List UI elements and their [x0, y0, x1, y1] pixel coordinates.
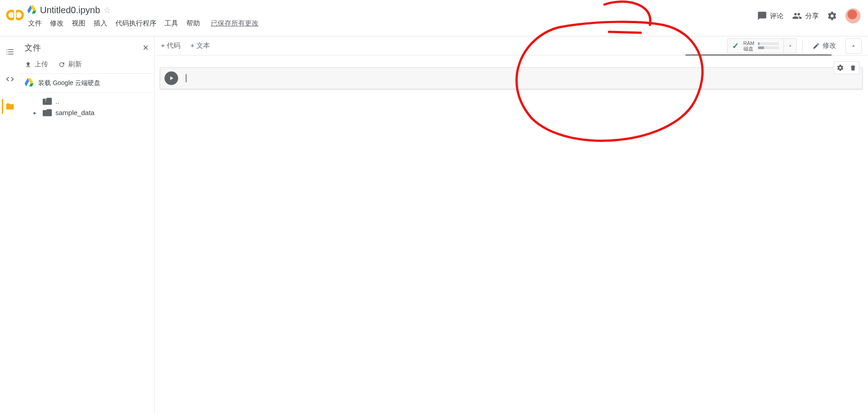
gear-icon — [837, 64, 844, 71]
left-rail — [0, 36, 18, 413]
sidebar-title: 文件 — [25, 42, 143, 53]
folder-icon — [5, 102, 15, 111]
menu-insert[interactable]: 插入 — [94, 19, 107, 28]
svg-marker-7 — [29, 83, 34, 86]
toc-icon — [5, 47, 15, 56]
files-sidebar: 文件 × 上传 刷新 — [18, 36, 155, 413]
svg-rect-2 — [14, 9, 16, 21]
conn-ram-label: RAM — [743, 40, 754, 46]
upload-label: 上传 — [35, 60, 48, 69]
tree-folder-label: sample_data — [55, 109, 95, 116]
settings-button[interactable] — [827, 11, 837, 21]
comment-button[interactable]: 评论 — [757, 11, 783, 21]
menu-view[interactable]: 视图 — [72, 19, 85, 28]
check-icon: ✓ — [732, 41, 739, 51]
conn-disk-label: 磁盘 — [743, 46, 754, 51]
refresh-label: 刷新 — [68, 60, 82, 69]
disk-bar — [758, 46, 779, 49]
upload-button[interactable]: 上传 — [25, 60, 48, 69]
rail-toc-button[interactable] — [2, 45, 16, 59]
folder-icon — [43, 109, 52, 116]
refresh-icon — [58, 61, 65, 68]
add-text-button[interactable]: + 文本 — [190, 41, 210, 50]
cell-toolbar — [834, 61, 859, 74]
people-icon — [792, 11, 803, 21]
svg-marker-4 — [32, 10, 36, 14]
edit-button[interactable]: 修改 — [808, 39, 841, 53]
cell-settings-button[interactable] — [835, 63, 845, 73]
cell-delete-button[interactable] — [848, 63, 858, 73]
mount-drive-label: 装载 Google 云端硬盘 — [38, 79, 100, 87]
notebook-main: + 代码 + 文本 ✓ RAM 磁盘 — [155, 36, 868, 413]
ram-bar — [758, 42, 779, 45]
menu-bar: 文件 修改 视图 插入 代码执行程序 工具 帮助 已保存所有更改 — [27, 16, 757, 30]
main-toolbar: + 代码 + 文本 ✓ RAM 磁盘 — [155, 36, 868, 55]
close-icon[interactable]: × — [143, 42, 149, 54]
add-code-button[interactable]: + 代码 — [161, 41, 180, 50]
rail-files-button[interactable] — [2, 99, 16, 114]
menu-help[interactable]: 帮助 — [186, 19, 200, 28]
play-icon — [168, 75, 175, 81]
code-cell[interactable] — [160, 67, 863, 89]
cell-editor[interactable] — [182, 68, 862, 89]
chevron-right-icon: ▸ — [34, 110, 39, 116]
share-label: 分享 — [805, 12, 819, 20]
menu-runtime[interactable]: 代码执行程序 — [115, 19, 156, 28]
gear-icon — [827, 11, 837, 21]
trash-icon — [849, 64, 857, 71]
app-header: Untitled0.ipynb ☆ 文件 修改 视图 插入 代码执行程序 工具 … — [0, 0, 868, 36]
chevron-down-icon — [788, 43, 793, 49]
upload-icon — [25, 61, 32, 68]
folder-up-icon — [43, 98, 52, 105]
menu-edit[interactable]: 修改 — [50, 19, 64, 28]
star-icon[interactable]: ☆ — [104, 5, 111, 15]
notebook-filename[interactable]: Untitled0.ipynb — [40, 5, 100, 15]
comment-icon — [757, 11, 767, 21]
drive-icon — [27, 5, 36, 15]
text-cursor — [186, 74, 186, 82]
collapse-header-button[interactable] — [845, 38, 862, 54]
share-button[interactable]: 分享 — [792, 11, 819, 21]
pencil-icon — [813, 42, 820, 50]
mount-drive-button[interactable]: 装载 Google 云端硬盘 — [18, 74, 154, 92]
edit-label: 修改 — [823, 41, 836, 50]
connection-bars — [758, 42, 779, 49]
connection-dropdown[interactable] — [784, 38, 797, 54]
menu-file[interactable]: 文件 — [28, 19, 42, 28]
connection-labels: RAM 磁盘 — [743, 40, 754, 51]
drive-icon — [25, 78, 34, 88]
run-cell-button[interactable] — [165, 71, 178, 85]
cell-gutter — [160, 68, 182, 89]
chevron-up-icon — [850, 43, 857, 49]
file-tree: .. ▸ sample_data — [18, 93, 154, 121]
refresh-button[interactable]: 刷新 — [58, 60, 82, 69]
user-avatar[interactable] — [845, 8, 861, 24]
colab-logo-icon — [5, 5, 25, 25]
comment-label: 评论 — [770, 12, 783, 20]
rail-snippets-button[interactable] — [2, 72, 16, 86]
menu-tools[interactable]: 工具 — [165, 19, 178, 28]
tree-up-label: .. — [55, 97, 59, 105]
notebook-canvas — [155, 55, 868, 413]
code-icon — [5, 75, 15, 84]
connection-status[interactable]: ✓ RAM 磁盘 — [727, 38, 784, 54]
tree-folder-row[interactable]: ▸ sample_data — [34, 107, 150, 118]
tree-up-row[interactable]: .. — [34, 96, 150, 107]
separator — [802, 40, 803, 52]
save-status[interactable]: 已保存所有更改 — [211, 19, 259, 28]
